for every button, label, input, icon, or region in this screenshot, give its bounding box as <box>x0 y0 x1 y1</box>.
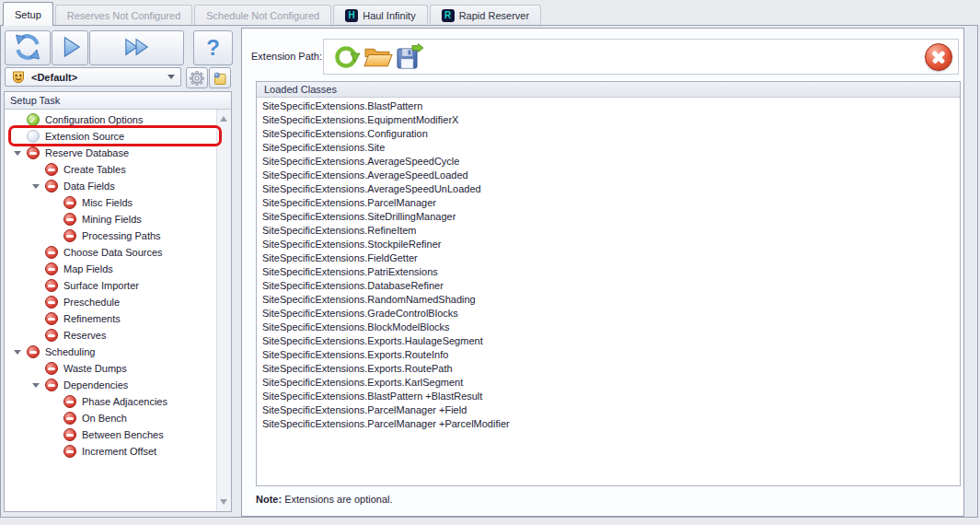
class-list-item[interactable]: SiteSpecificExtensions.Exports.RouteInfo <box>257 348 960 362</box>
green-refresh-icon <box>333 43 361 71</box>
class-list-item[interactable]: SiteSpecificExtensions.AverageSpeedUnLoa… <box>257 182 960 196</box>
tab-reserves[interactable]: Reserves Not Configured <box>55 5 193 25</box>
application-window: { "tabs": [ {"name":"tab-setup","label":… <box>0 0 980 525</box>
tree-item[interactable]: Configuration Options <box>5 111 217 128</box>
tree-item-label: Between Benches <box>82 429 164 440</box>
open-folder-button[interactable] <box>363 42 394 72</box>
class-name: SiteSpecificExtensions.ParcelManager <box>262 197 436 208</box>
class-list-item[interactable]: SiteSpecificExtensions.PatriExtensions <box>257 265 960 279</box>
scroll-down-icon[interactable] <box>220 499 227 505</box>
class-name: SiteSpecificExtensions.ParcelManager +Pa… <box>262 418 510 429</box>
tree-item[interactable]: Processing Paths <box>5 228 217 244</box>
settings-button[interactable] <box>186 67 208 88</box>
tab-setup[interactable]: Setup <box>3 2 53 26</box>
class-name: SiteSpecificExtensions.RandomNamedShadin… <box>262 294 476 305</box>
tab-label: Rapid Reserver <box>459 10 529 21</box>
class-list-item[interactable]: SiteSpecificExtensions.Configuration <box>257 127 960 141</box>
class-list-item[interactable]: SiteSpecificExtensions.Exports.KarlSegme… <box>257 376 960 390</box>
expander-icon[interactable] <box>14 151 27 156</box>
class-list-item[interactable]: SiteSpecificExtensions.Site <box>257 141 960 155</box>
class-list-item[interactable]: SiteSpecificExtensions.Exports.RoutePath <box>257 362 960 376</box>
class-list-item[interactable]: SiteSpecificExtensions.StockpileRefiner <box>257 238 960 251</box>
tab-rapid-reserver[interactable]: R Rapid Reserver <box>430 5 541 25</box>
class-list-item[interactable]: SiteSpecificExtensions.RefineItem <box>257 224 960 238</box>
class-name: SiteSpecificExtensions.Exports.RoutePath <box>262 363 453 374</box>
tree-item[interactable]: Between Benches <box>5 426 217 443</box>
tree-item-label: Mining Fields <box>82 214 142 225</box>
scenario-selector[interactable]: <Default> <box>5 67 181 87</box>
class-list-item[interactable]: SiteSpecificExtensions.RandomNamedShadin… <box>257 293 960 307</box>
scroll-up-icon[interactable] <box>220 116 227 122</box>
class-name: SiteSpecificExtensions.Site <box>262 142 385 153</box>
tree-body: Configuration Options Extension Source R… <box>5 110 231 511</box>
status-icon <box>27 345 40 358</box>
class-list-item[interactable]: SiteSpecificExtensions.Exports.HaulageSe… <box>257 334 960 348</box>
class-name: SiteSpecificExtensions.AverageSpeedCycle <box>262 156 459 167</box>
loaded-classes-header: Loaded Classes <box>257 82 960 98</box>
status-icon <box>63 445 76 458</box>
tree-item[interactable]: Increment Offset <box>5 443 217 460</box>
run-all-button[interactable] <box>89 30 184 65</box>
expander-icon[interactable] <box>32 184 45 189</box>
tree-item[interactable]: Refinements <box>5 310 217 327</box>
tree-item[interactable]: Extension Source <box>5 128 217 145</box>
help-icon: ? <box>206 35 220 61</box>
class-list-item[interactable]: SiteSpecificExtensions.SiteDrillingManag… <box>257 210 960 224</box>
tab-haul-infinity[interactable]: H Haul Infinity <box>333 5 427 25</box>
reload-extensions-button[interactable] <box>331 42 363 72</box>
class-name: SiteSpecificExtensions.ParcelManager +Fi… <box>262 404 467 415</box>
class-list-item[interactable]: SiteSpecificExtensions.ParcelManager <box>257 196 960 210</box>
tree-item[interactable]: Misc Fields <box>5 194 217 211</box>
class-list-item[interactable]: SiteSpecificExtensions.ParcelManager +Fi… <box>257 403 960 417</box>
loaded-classes-list: SiteSpecificExtensions.BlastPattern Site… <box>257 98 960 485</box>
tab-schedule[interactable]: Schedule Not Configured <box>194 5 331 25</box>
status-icon <box>45 262 58 275</box>
close-icon[interactable] <box>925 43 952 71</box>
notes-button[interactable] <box>209 67 231 88</box>
tree-item-label: Misc Fields <box>82 197 133 208</box>
refresh-button[interactable] <box>5 30 51 65</box>
tree-item-label: Configuration Options <box>45 114 143 125</box>
tree-item[interactable]: Map Fields <box>5 261 217 277</box>
class-list-item[interactable]: SiteSpecificExtensions.GradeControlBlock… <box>257 307 960 321</box>
save-export-icon <box>396 43 424 70</box>
class-name: SiteSpecificExtensions.Exports.HaulageSe… <box>262 335 483 346</box>
tree-scrollbar[interactable] <box>216 110 231 511</box>
tree-item[interactable]: Choose Data Sources <box>5 244 217 261</box>
class-list-item[interactable]: SiteSpecificExtensions.BlastPattern <box>257 99 960 113</box>
class-list-item[interactable]: SiteSpecificExtensions.AverageSpeedLoade… <box>257 169 960 182</box>
tree-item[interactable]: Create Tables <box>5 161 217 178</box>
tree-item[interactable]: Dependencies <box>5 377 217 393</box>
class-list-item[interactable]: SiteSpecificExtensions.BlockModelBlocks <box>257 321 960 334</box>
class-list-item[interactable]: SiteSpecificExtensions.ParcelManager +Pa… <box>257 417 960 431</box>
expander-icon[interactable] <box>32 383 45 388</box>
status-icon <box>63 229 76 242</box>
note-text: Note: Extensions are optional. <box>256 494 393 505</box>
run-button[interactable] <box>52 30 88 65</box>
class-list-item[interactable]: SiteSpecificExtensions.BlastPattern +Bla… <box>257 390 960 403</box>
tree-item[interactable]: Preschedule <box>5 294 217 310</box>
setup-task-tree: Configuration Options Extension Source R… <box>5 111 217 460</box>
tree-item[interactable]: Phase Adjacencies <box>5 393 217 410</box>
save-path-button[interactable] <box>394 42 425 72</box>
tree-item[interactable]: Waste Dumps <box>5 360 217 377</box>
status-icon <box>63 428 76 441</box>
tree-item[interactable]: On Bench <box>5 410 217 426</box>
tree-item[interactable]: Reserve Database <box>5 145 217 161</box>
class-list-item[interactable]: SiteSpecificExtensions.AverageSpeedCycle <box>257 155 960 169</box>
tree-item-label: On Bench <box>82 413 127 424</box>
class-name: SiteSpecificExtensions.Exports.KarlSegme… <box>262 377 463 388</box>
tree-item[interactable]: Scheduling <box>5 344 217 360</box>
expander-icon[interactable] <box>14 350 27 355</box>
tree-item[interactable]: Mining Fields <box>5 211 217 228</box>
tree-item[interactable]: Surface Importer <box>5 277 217 294</box>
class-list-item[interactable]: SiteSpecificExtensions.FieldGetter <box>257 251 960 265</box>
class-list-item[interactable]: SiteSpecificExtensions.EquipmentModifier… <box>257 113 960 127</box>
status-icon <box>45 329 58 342</box>
help-button[interactable]: ? <box>193 30 233 65</box>
tree-item[interactable]: Data Fields <box>5 178 217 194</box>
class-list-item[interactable]: SiteSpecificExtensions.DatabaseRefiner <box>257 279 960 293</box>
note-label: Note: <box>256 494 282 505</box>
tab-label: Reserves Not Configured <box>67 10 181 21</box>
tree-item[interactable]: Reserves <box>5 327 217 344</box>
